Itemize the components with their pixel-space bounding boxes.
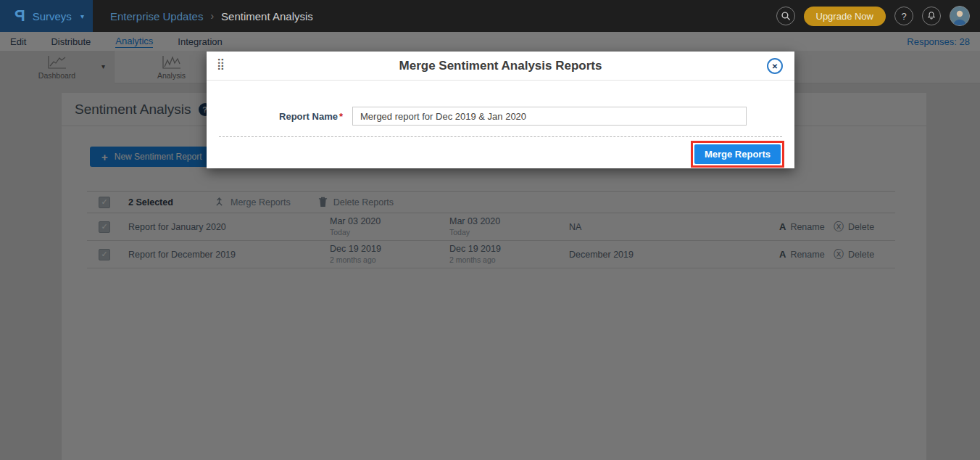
drag-handle-icon[interactable]: ⣿ [217,57,223,70]
breadcrumb-current: Sentiment Analysis [221,10,313,22]
breadcrumb-parent[interactable]: Enterprise Updates [110,10,203,22]
merge-reports-button[interactable]: Merge Reports [694,144,781,164]
modal-body: Report Name* [207,107,794,126]
upgrade-now-button[interactable]: Upgrade Now [804,7,886,26]
modal-divider [219,136,782,137]
breadcrumb-separator-icon: › [210,10,214,22]
merge-reports-modal: ⣿ Merge Sentiment Analysis Reports ✕ Rep… [207,52,794,168]
help-icon[interactable]: ? [894,7,913,25]
modal-header: ⣿ Merge Sentiment Analysis Reports ✕ [207,52,794,81]
required-marker: * [339,111,343,122]
product-name: Surveys [33,10,72,22]
notifications-bell-icon[interactable] [922,7,941,25]
user-avatar[interactable] [950,6,970,26]
report-name-input[interactable] [352,107,747,126]
modal-title: Merge Sentiment Analysis Reports [399,59,602,73]
breadcrumb: Enterprise Updates › Sentiment Analysis [110,10,313,22]
chevron-down-icon: ▾ [80,12,84,20]
search-icon[interactable] [776,7,795,25]
app-window: P Surveys ▾ Enterprise Updates › Sentime… [0,0,980,460]
highlight-annotation: Merge Reports [691,141,784,168]
header-actions: Upgrade Now ? [776,6,980,26]
questionpro-logo-icon: P [14,7,25,25]
modal-footer: Merge Reports [207,141,794,168]
report-name-label: Report Name* [207,111,343,122]
top-header: P Surveys ▾ Enterprise Updates › Sentime… [0,0,980,32]
modal-close-icon[interactable]: ✕ [767,58,783,74]
product-switcher[interactable]: P Surveys ▾ [0,0,93,32]
